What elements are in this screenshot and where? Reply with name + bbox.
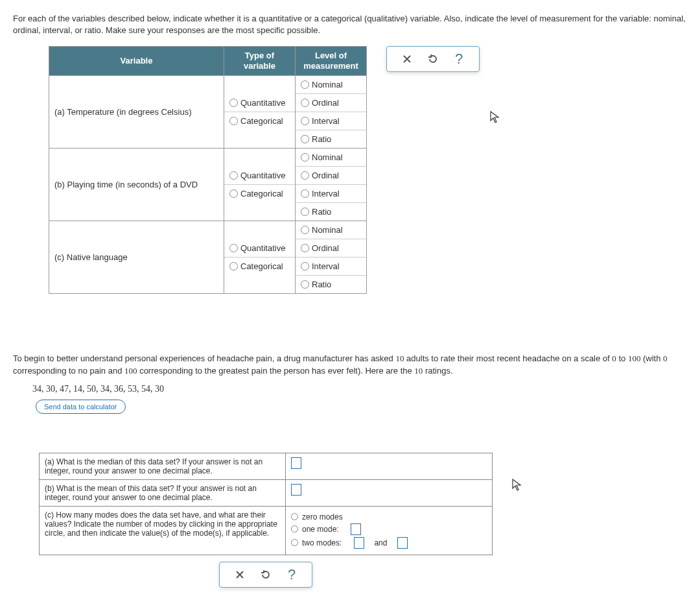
table-row: (c) How many modes does the data set hav… bbox=[40, 506, 493, 555]
radio-nominal[interactable]: Nominal bbox=[296, 221, 366, 239]
part-a-prompt: (a) What is the median of this data set?… bbox=[40, 453, 286, 479]
radio-quantitative[interactable]: Quantitative bbox=[224, 239, 295, 258]
radio-ordinal[interactable]: Ordinal bbox=[296, 94, 366, 112]
table-row: (b) What is the mean of this data set? I… bbox=[40, 479, 493, 506]
one-mode-input[interactable] bbox=[351, 523, 361, 535]
toolbar: ? bbox=[219, 562, 312, 588]
radio-two-modes[interactable]: two modes: and bbox=[291, 537, 487, 549]
send-data-button[interactable]: Send data to calculator bbox=[36, 400, 126, 414]
header-type: Type of variable bbox=[224, 47, 296, 75]
two-modes-input-2[interactable] bbox=[397, 537, 408, 549]
radio-ratio[interactable]: Ratio bbox=[296, 203, 366, 221]
reset-button[interactable] bbox=[259, 568, 273, 582]
radio-interval[interactable]: Interval bbox=[296, 185, 366, 203]
radio-ordinal[interactable]: Ordinal bbox=[296, 239, 366, 258]
cursor-icon bbox=[512, 479, 522, 494]
table-row: (a) What is the median of this data set?… bbox=[40, 453, 493, 479]
radio-ordinal[interactable]: Ordinal bbox=[296, 167, 366, 185]
variable-label: (b) Playing time (in seconds) of a DVD bbox=[49, 148, 224, 221]
mean-input[interactable] bbox=[291, 484, 301, 496]
table-row: (c) Native language Quantitative Categor… bbox=[49, 221, 367, 293]
header-variable: Variable bbox=[49, 47, 224, 75]
variable-label: (c) Native language bbox=[49, 221, 224, 293]
radio-nominal[interactable]: Nominal bbox=[296, 149, 366, 167]
part-b-prompt: (b) What is the mean of this data set? I… bbox=[40, 479, 286, 506]
close-button[interactable] bbox=[400, 52, 414, 66]
radio-one-mode[interactable]: one mode: bbox=[291, 523, 487, 535]
radio-categorical[interactable]: Categorical bbox=[224, 112, 295, 130]
table-row: (b) Playing time (in seconds) of a DVD Q… bbox=[49, 148, 367, 221]
radio-quantitative[interactable]: Quantitative bbox=[224, 94, 295, 112]
radio-ratio[interactable]: Ratio bbox=[296, 276, 366, 293]
close-button[interactable] bbox=[233, 568, 247, 582]
part-c-prompt: (c) How many modes does the data set hav… bbox=[40, 506, 286, 555]
reset-button[interactable] bbox=[426, 52, 440, 66]
radio-zero-modes[interactable]: zero modes bbox=[291, 512, 487, 521]
radio-quantitative[interactable]: Quantitative bbox=[224, 167, 295, 185]
radio-interval[interactable]: Interval bbox=[296, 258, 366, 276]
two-modes-input-1[interactable] bbox=[354, 537, 364, 549]
help-button[interactable]: ? bbox=[452, 52, 466, 66]
table-row: (a) Temperature (in degrees Celsius) Qua… bbox=[49, 75, 367, 148]
median-input[interactable] bbox=[291, 457, 301, 469]
cursor-icon bbox=[490, 111, 500, 126]
header-level: Level of measurement bbox=[296, 47, 367, 75]
help-button[interactable]: ? bbox=[285, 568, 299, 582]
toolbar: ? bbox=[386, 46, 480, 72]
answer-table: (a) What is the median of this data set?… bbox=[39, 453, 493, 555]
q1-instructions: For each of the variables described belo… bbox=[13, 13, 687, 36]
data-values: 34, 30, 47, 14, 50, 34, 36, 53, 54, 30 bbox=[32, 384, 687, 394]
variable-label: (a) Temperature (in degrees Celsius) bbox=[49, 75, 224, 148]
q2-instructions: To begin to better understand personal e… bbox=[13, 352, 687, 377]
radio-categorical[interactable]: Categorical bbox=[224, 258, 295, 275]
variable-table: Variable Type of variable Level of measu… bbox=[49, 46, 367, 293]
radio-ratio[interactable]: Ratio bbox=[296, 130, 366, 148]
radio-interval[interactable]: Interval bbox=[296, 112, 366, 130]
radio-categorical[interactable]: Categorical bbox=[224, 185, 295, 202]
radio-nominal[interactable]: Nominal bbox=[296, 76, 366, 94]
